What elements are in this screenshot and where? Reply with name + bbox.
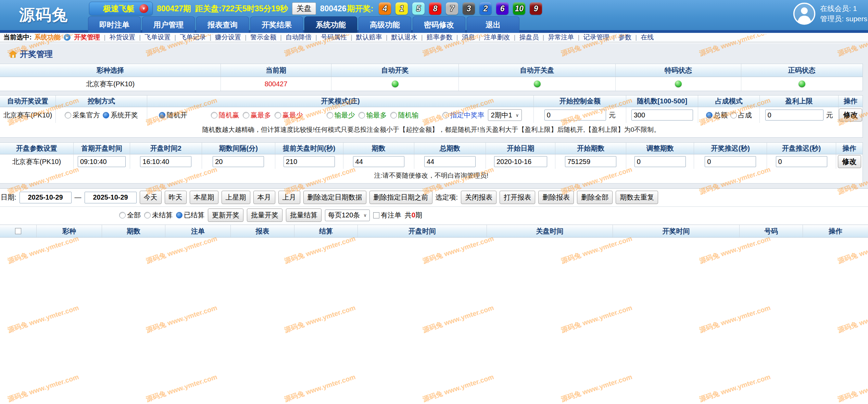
radio-total-amount[interactable]: 总额: [706, 111, 728, 120]
close-market-button[interactable]: 关盘: [292, 2, 316, 15]
subnav-item-params[interactable]: 参数: [609, 33, 631, 42]
open-time2-input[interactable]: [140, 156, 191, 167]
delete-report-button[interactable]: 删除报表: [538, 191, 574, 204]
radio-set-win-rate[interactable]: 指定中奖率: [442, 111, 485, 120]
subnav-item-fly-order-settings[interactable]: 飞单设置: [135, 33, 171, 42]
radio-icon[interactable]: [706, 112, 713, 118]
radio-icon[interactable]: [390, 112, 397, 118]
subnav-item-operators[interactable]: 操盘员: [510, 33, 539, 42]
open-report-button[interactable]: 打开报表: [500, 191, 535, 204]
green-led-icon[interactable]: [675, 80, 682, 87]
lottery-select-button[interactable]: 极速飞艇 ▼: [89, 2, 153, 15]
subnav-item-auto-reduce-odds[interactable]: 自动降倍: [276, 33, 312, 42]
subnav-item-fly-order-records[interactable]: 飞单记录: [171, 33, 206, 42]
has-bets-checkbox[interactable]: 有注单: [373, 211, 401, 220]
radio-icon[interactable]: [243, 112, 249, 118]
tab-logout[interactable]: 退出: [467, 16, 519, 33]
radio-icon[interactable]: [65, 112, 71, 118]
radio-win-least[interactable]: 赢最少: [275, 111, 303, 120]
radio-win-most[interactable]: 赢最多: [243, 111, 271, 120]
radio-icon[interactable]: [119, 212, 126, 218]
subnav-item-warning-amount[interactable]: 警示金额: [241, 33, 276, 42]
tab-report-query[interactable]: 报表查询: [196, 16, 249, 33]
subnav-item-default-rebate[interactable]: 默认退水: [382, 33, 417, 42]
modify-button[interactable]: 修改: [838, 155, 861, 168]
radio-icon[interactable]: [442, 112, 449, 118]
subnav-item-number-attributes[interactable]: 号码属性: [312, 33, 347, 42]
green-led-icon[interactable]: [798, 80, 805, 87]
last-week-button[interactable]: 上星期: [222, 191, 250, 204]
start-date-input[interactable]: [494, 156, 547, 167]
draw-delay-input[interactable]: [705, 156, 756, 167]
start-issue-input[interactable]: [565, 156, 616, 167]
radio-random-lose[interactable]: 随机输: [390, 111, 419, 120]
page-size-select[interactable]: 每页120条 ∨: [325, 210, 370, 221]
radio-icon[interactable]: [327, 112, 333, 118]
interval-input[interactable]: [213, 156, 264, 167]
first-open-time-input[interactable]: [78, 156, 126, 167]
adjust-issues-input[interactable]: [634, 156, 686, 167]
subnav-item-messages[interactable]: 消息: [453, 33, 475, 42]
radio-lose-least[interactable]: 输最少: [327, 111, 355, 120]
radio-icon[interactable]: [358, 112, 365, 118]
tab-instant-bets[interactable]: 即时注单: [88, 16, 141, 33]
delete-selected-dates-button[interactable]: 删除选定日期数据: [303, 191, 366, 204]
open-delay-input[interactable]: [776, 156, 827, 167]
subnav-item-restock[interactable]: 补货设置: [100, 33, 135, 42]
radio-system-draw[interactable]: 系统开奖: [103, 111, 138, 120]
subnav-item-odds-params[interactable]: 赔率参数: [417, 33, 453, 42]
tab-user-management[interactable]: 用户管理: [142, 16, 195, 33]
tab-change-password[interactable]: 密码修改: [413, 16, 465, 33]
this-month-button[interactable]: 本月: [253, 191, 275, 204]
issue-count-input[interactable]: [353, 156, 404, 167]
radio-share[interactable]: 占成: [730, 111, 752, 120]
random-num-input[interactable]: [631, 110, 693, 121]
dedupe-issues-button[interactable]: 期数去重复: [616, 191, 658, 204]
radio-random-win[interactable]: 随机赢: [211, 111, 239, 120]
radio-settled[interactable]: 已结算: [176, 211, 204, 220]
subnav-item-abnormal-bets[interactable]: 异常注单: [539, 33, 574, 42]
radio-icon[interactable]: [159, 112, 165, 118]
subnav-item-record-management[interactable]: 记录管理: [574, 33, 609, 42]
radio-random-draw[interactable]: 随机开: [159, 111, 187, 120]
win-rate-select[interactable]: 2期中1 ∨: [488, 109, 522, 121]
start-amount-input[interactable]: [544, 110, 606, 121]
modify-button[interactable]: 修改: [839, 109, 862, 122]
subnav-item-bet-edit[interactable]: 注单删改: [475, 33, 510, 42]
last-month-button[interactable]: 上月: [278, 191, 300, 204]
tab-advanced-functions[interactable]: 高级功能: [358, 16, 411, 33]
profit-limit-input[interactable]: [765, 110, 823, 121]
radio-icon[interactable]: [176, 212, 183, 218]
subnav-item-draw-management[interactable]: 开奖管理: [74, 33, 100, 42]
tab-draw-results[interactable]: 开奖结果: [250, 16, 303, 33]
update-draw-button[interactable]: 更新开奖: [208, 209, 243, 222]
radio-icon[interactable]: [730, 112, 737, 118]
batch-draw-button[interactable]: 批量开奖: [247, 209, 282, 222]
checkbox-icon[interactable]: [373, 212, 379, 218]
radio-unsettled[interactable]: 未结算: [144, 211, 173, 220]
tab-system-functions[interactable]: 系统功能: [304, 16, 357, 33]
radio-icon[interactable]: [103, 112, 109, 118]
subnav-item-default-odds[interactable]: 默认赔率: [347, 33, 382, 42]
delete-all-button[interactable]: 删除全部: [577, 191, 613, 204]
radio-icon[interactable]: [275, 112, 281, 118]
radio-icon[interactable]: [211, 112, 217, 118]
delete-before-date-button[interactable]: 删除指定日期之前: [369, 191, 432, 204]
batch-settle-button[interactable]: 批量结算: [286, 209, 322, 222]
this-week-button[interactable]: 本星期: [190, 191, 218, 204]
close-report-button[interactable]: 关闭报表: [461, 191, 496, 204]
radio-icon[interactable]: [144, 212, 151, 218]
subnav-item-points-settings[interactable]: 赚分设置: [206, 33, 241, 42]
date-to-input[interactable]: [85, 192, 137, 203]
total-issues-input[interactable]: [424, 156, 476, 167]
radio-lose-most[interactable]: 输最多: [358, 111, 387, 120]
date-from-input[interactable]: [20, 192, 72, 203]
pre-close-seconds-input[interactable]: [284, 156, 335, 167]
radio-collect-official[interactable]: 采集官方: [65, 111, 100, 120]
green-led-icon[interactable]: [534, 80, 541, 87]
green-led-icon[interactable]: [392, 80, 399, 87]
select-all-checkbox[interactable]: [15, 228, 21, 234]
today-button[interactable]: 今天: [140, 191, 162, 204]
radio-all[interactable]: 全部: [119, 211, 141, 220]
subnav-item-online[interactable]: 在线: [631, 33, 654, 42]
